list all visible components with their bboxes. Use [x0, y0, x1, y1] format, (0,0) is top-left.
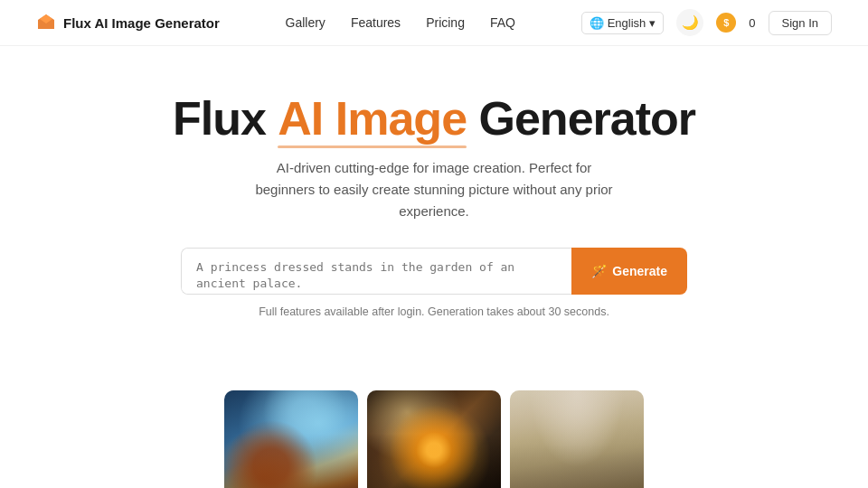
nav-links: Gallery Features Pricing FAQ: [286, 15, 515, 30]
nav-pricing[interactable]: Pricing: [426, 15, 465, 30]
logo-icon: [36, 13, 56, 33]
title-highlight: AI Image: [278, 93, 467, 145]
nav-gallery[interactable]: Gallery: [286, 15, 326, 30]
navbar: Flux AI Image Generator Gallery Features…: [0, 0, 868, 46]
chevron-down-icon: ▾: [649, 16, 656, 30]
dark-mode-toggle[interactable]: 🌙: [676, 9, 703, 36]
gallery-item-mage[interactable]: [367, 390, 501, 488]
logo[interactable]: Flux AI Image Generator: [36, 13, 220, 33]
nav-faq[interactable]: FAQ: [490, 15, 515, 30]
credits-badge: $: [716, 13, 736, 33]
nav-features[interactable]: Features: [351, 15, 401, 30]
gallery-item-desert[interactable]: [510, 390, 644, 488]
prompt-area: 🪄 Generate: [181, 248, 687, 295]
hero-section: Flux AI Image Generator AI-driven cuttin…: [0, 46, 868, 336]
sign-in-button[interactable]: Sign In: [769, 11, 832, 35]
generate-button[interactable]: 🪄 Generate: [571, 248, 687, 295]
hero-subtitle: AI-driven cutting-edge for image creatio…: [253, 157, 615, 222]
title-part1: Flux: [173, 92, 278, 145]
wand-icon: 🪄: [591, 264, 607, 278]
language-selector[interactable]: 🌐 English ▾: [581, 12, 665, 34]
lang-label: English: [608, 16, 646, 30]
lang-flag-icon: 🌐: [590, 16, 604, 30]
title-part2: Generator: [467, 92, 695, 145]
gallery-item-pirate[interactable]: [224, 390, 358, 488]
credits-count: 0: [749, 16, 755, 30]
gallery-section: [0, 336, 868, 488]
nav-right: 🌐 English ▾ 🌙 $ 0 Sign In: [581, 9, 832, 36]
generate-label: Generate: [612, 264, 667, 278]
login-hint: Full features available after login. Gen…: [18, 305, 850, 318]
logo-text: Flux AI Image Generator: [63, 15, 220, 31]
hero-title: Flux AI Image Generator: [18, 93, 850, 145]
prompt-input[interactable]: [181, 248, 571, 295]
moon-icon: 🌙: [682, 14, 699, 31]
